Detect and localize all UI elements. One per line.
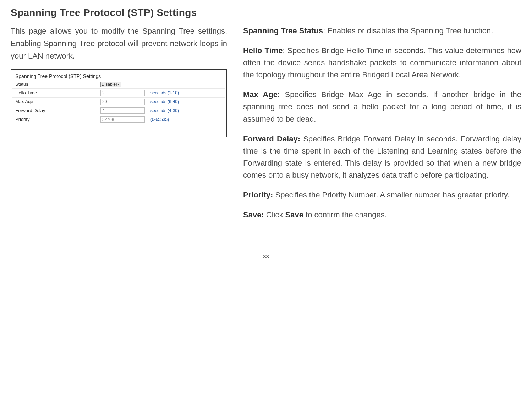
settings-table: Status Disable Hello Time seconds (1-10)… <box>12 80 225 124</box>
maxage-input[interactable] <box>100 99 145 105</box>
def-save-label: Save: <box>243 210 264 219</box>
form-heading: Spanning Tree Protocol (STP) Settings <box>12 72 225 80</box>
def-save-pre: Click <box>264 210 285 219</box>
note-forwarddelay: seconds (4-30) <box>148 106 225 115</box>
def-status-label: Spanning Tree Status <box>243 26 323 35</box>
def-save: Save: Click Save to confirm the changes. <box>243 209 521 221</box>
settings-screenshot: Spanning Tree Protocol (STP) Settings St… <box>11 69 227 137</box>
def-save-post: to confirm the changes. <box>303 210 387 219</box>
row-status: Status Disable <box>12 80 225 89</box>
hellotime-input[interactable] <box>100 90 145 96</box>
status-select[interactable]: Disable <box>100 82 121 87</box>
forwarddelay-input[interactable] <box>100 107 145 114</box>
label-priority: Priority <box>12 115 98 124</box>
def-status: Spanning Tree Status: Enables or disable… <box>243 25 521 37</box>
intro-text: This page allows you to modify the Spann… <box>11 25 227 62</box>
note-maxage: seconds (6-40) <box>148 97 225 106</box>
def-priority: Priority: Specifies the Priority Number.… <box>243 189 521 201</box>
def-maxage-label: Max Age: <box>243 90 280 99</box>
def-hello-text: : Specifies Bridge Hello Time in seconds… <box>243 46 521 79</box>
page-number: 33 <box>11 254 521 260</box>
row-priority: Priority (0-65535) <box>12 115 225 124</box>
def-priority-label: Priority: <box>243 190 273 199</box>
note-status <box>148 80 225 89</box>
row-maxage: Max Age seconds (6-40) <box>12 97 225 106</box>
def-maxage-text: Specifies Bridge Max Age in seconds. If … <box>243 90 521 123</box>
def-forward: Forward Delay: Specifies Bridge Forward … <box>243 133 521 181</box>
def-hello: Hello Time: Specifies Bridge Hello Time … <box>243 45 521 81</box>
def-priority-text: Specifies the Priority Number. A smaller… <box>273 190 509 199</box>
page-title: Spanning Tree Protocol (STP) Settings <box>11 7 521 18</box>
def-maxage: Max Age: Specifies Bridge Max Age in sec… <box>243 89 521 125</box>
def-save-label labeled: Save <box>285 210 303 219</box>
right-column: Spanning Tree Status: Enables or disable… <box>243 25 521 229</box>
label-maxage: Max Age <box>12 97 98 106</box>
label-hellotime: Hello Time <box>12 88 98 97</box>
def-hello-label: Hello Time <box>243 46 283 55</box>
left-column: This page allows you to modify the Spann… <box>11 25 227 229</box>
note-hellotime: seconds (1-10) <box>148 88 225 97</box>
def-status-text: : Enables or disables the Spanning Tree … <box>323 26 493 35</box>
label-forwarddelay: Forward Delay <box>12 106 98 115</box>
row-hellotime: Hello Time seconds (1-10) <box>12 88 225 97</box>
def-forward-label: Forward Delay: <box>243 134 300 143</box>
row-forwarddelay: Forward Delay seconds (4-30) <box>12 106 225 115</box>
label-status: Status <box>12 80 98 89</box>
content-columns: This page allows you to modify the Spann… <box>11 25 521 229</box>
priority-input[interactable] <box>100 116 145 123</box>
note-priority: (0-65535) <box>148 115 225 124</box>
